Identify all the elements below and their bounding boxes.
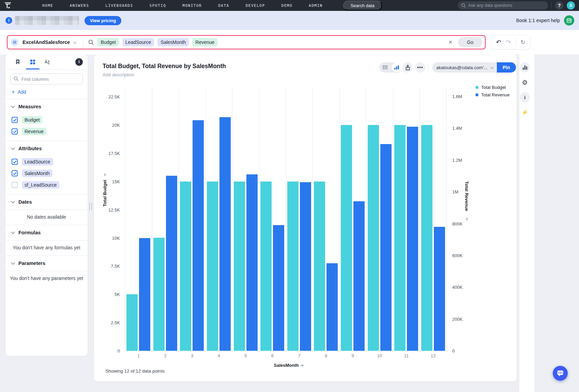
details-button[interactable]: i [520,92,530,103]
checkbox-unchecked[interactable] [12,182,18,188]
panel-resize-handle[interactable] [89,203,92,210]
field-revenue[interactable]: Revenue [5,126,88,137]
undo-icon[interactable]: ↶ [496,38,501,46]
table-view-icon[interactable] [379,62,391,73]
settings-button[interactable]: ⚙ [520,77,530,88]
field-salesmonth[interactable]: SalesMonth [5,168,88,179]
bar-total-revenue-month-8[interactable] [326,263,338,351]
thoughtspot-logo-icon[interactable] [0,1,16,10]
ask-question-input[interactable] [458,1,548,10]
right-axis-tick: 1.2M [452,158,462,163]
section-measures[interactable]: Measures [5,99,88,114]
tab-saved-searches[interactable] [10,54,25,69]
bar-total-budget-month-6[interactable] [260,182,272,351]
token-revenue[interactable]: Revenue [192,38,217,46]
bar-total-budget-month-10[interactable] [368,125,379,351]
add-column-button[interactable]: + Add [12,89,88,95]
view-pricing-button[interactable]: View pricing [85,16,121,25]
liveboard-dropdown[interactable]: akatsukas@cdata.com'... [432,62,497,73]
left-axis-tick: 2.5K [97,320,120,325]
right-axis-title[interactable]: Total Revenue [464,181,469,211]
axis-expand-icon[interactable] [466,217,468,221]
bar-total-revenue-month-4[interactable] [219,117,231,351]
section-dates[interactable]: Dates [5,194,88,209]
book-help-button[interactable] [564,15,574,26]
data-source-menu-icon[interactable] [11,38,18,46]
bar-total-revenue-month-10[interactable] [380,144,392,351]
nav-item-data[interactable]: DATA [210,3,238,8]
bar-total-budget-month-8[interactable] [314,182,325,351]
axis-expand-icon[interactable] [104,173,106,176]
clear-search-icon[interactable]: ✕ [448,39,453,45]
section-title: Measures [18,104,41,109]
nav-item-home[interactable]: HOME [34,3,62,8]
sort-icon[interactable] [301,365,304,367]
x-axis-tick: 2 [152,353,179,358]
right-axis-tick: 1.6M [452,94,462,99]
more-options-button[interactable]: ••• [415,62,425,73]
bar-total-revenue-month-3[interactable] [193,120,204,351]
bar-total-budget-month-11[interactable] [394,125,406,351]
chart-config-button[interactable] [520,62,530,73]
x-axis-title[interactable]: SalesMonth [265,363,313,368]
bar-total-revenue-month-7[interactable] [300,182,311,351]
find-columns-input[interactable] [10,74,83,84]
bar-total-budget-month-4[interactable] [207,182,218,351]
section-parameters[interactable]: Parameters [5,256,88,271]
section-attributes[interactable]: Attributes [5,141,88,156]
bar-total-budget-month-7[interactable] [287,182,299,351]
legend-item[interactable]: Total Revenue [475,91,509,98]
search-data-button[interactable]: Search data [343,1,382,11]
redo-icon[interactable]: ↷ [506,38,511,46]
nav-item-develop[interactable]: DEVELOP [238,3,273,8]
x-axis-tick: 4 [205,353,232,358]
chat-widget-button[interactable] [553,366,568,381]
nav-item-demo[interactable]: DEMO [273,3,301,8]
bar-total-revenue-month-5[interactable] [246,174,258,351]
checkbox-checked[interactable] [12,170,18,176]
share-button[interactable] [402,62,413,73]
field-leadsource[interactable]: LeadSource [5,156,88,168]
nav-item-spotiq[interactable]: SPOTIQ [141,3,174,8]
bar-total-budget-month-12[interactable] [421,125,432,351]
section-formulas[interactable]: Formulas [5,225,88,240]
bar-total-budget-month-2[interactable] [153,238,165,351]
bar-total-budget-month-3[interactable] [180,182,191,351]
bar-total-revenue-month-9[interactable] [353,201,365,351]
legend-item[interactable]: Total Budget [475,83,509,91]
bar-total-revenue-month-6[interactable] [273,225,284,351]
token-leadsource[interactable]: LeadSource [122,38,154,46]
bar-total-revenue-month-12[interactable] [434,227,445,351]
nav-item-answers[interactable]: ANSWERS [62,3,97,8]
add-description[interactable]: Add description [103,72,134,77]
gear-icon: ⚙ [522,79,528,87]
user-avatar[interactable]: S [567,1,575,10]
nav-item-admin[interactable]: ADMIN [301,3,331,8]
bar-total-revenue-month-2[interactable] [166,176,177,351]
go-button[interactable]: Go [458,37,482,47]
token-salesmonth[interactable]: SalesMonth [157,38,189,46]
help-button[interactable]: ? [555,1,563,10]
bar-total-budget-month-1[interactable] [126,294,138,351]
tab-sort-az[interactable]: AZ [40,54,55,69]
bar-total-revenue-month-1[interactable] [139,238,150,351]
table-chart-toggle[interactable] [379,62,402,73]
checkbox-checked[interactable] [12,128,18,135]
tab-columns[interactable] [25,54,40,69]
checkbox-checked[interactable] [12,159,18,165]
nav-item-liveboards[interactable]: LIVEBOARDS [97,3,141,8]
nav-item-monitor[interactable]: MONITOR [174,3,210,8]
chart-view-icon[interactable] [392,62,402,73]
pin-button[interactable]: Pin [497,62,516,73]
token-budget[interactable]: Budget [97,38,119,46]
panel-info-button[interactable]: i [75,58,83,66]
spotiq-analyze-button[interactable]: ⚡ [520,107,530,117]
bar-total-revenue-month-11[interactable] [407,127,418,351]
reset-icon[interactable]: ↻ [520,39,525,46]
field-sf-leadsource[interactable]: sf_LeadSource [5,179,88,191]
bar-total-budget-month-9[interactable] [341,125,352,351]
bar-total-budget-month-5[interactable] [234,182,245,351]
data-source-selector[interactable]: ExcelAndSalesforce [22,40,70,45]
checkbox-checked[interactable] [12,117,18,123]
field-budget[interactable]: Budget [5,114,88,126]
